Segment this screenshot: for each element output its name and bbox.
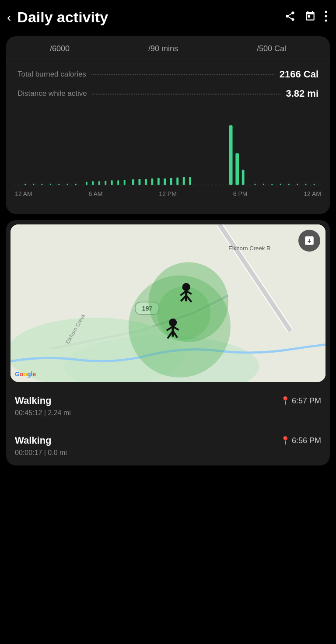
svg-rect-38 — [314, 184, 315, 185]
stats-tab-cal[interactable]: /500 Cal — [257, 44, 286, 53]
svg-rect-21 — [151, 178, 153, 185]
activity-name-1: Walking — [15, 435, 52, 446]
svg-rect-22 — [158, 178, 160, 185]
activity-row-top-0: Walking 📍 6:57 PM — [15, 395, 321, 406]
svg-rect-10 — [75, 184, 77, 185]
chart-label-6am: 6 AM — [89, 190, 103, 197]
distance-label: Distance while active — [18, 89, 87, 98]
svg-rect-6 — [42, 184, 43, 185]
svg-rect-5 — [33, 184, 34, 185]
calendar-icon[interactable] — [304, 10, 316, 24]
svg-rect-36 — [297, 184, 298, 185]
activity-item-1[interactable]: Walking 📍 6:56 PM 00:00:17 | 0.0 mi — [15, 426, 321, 466]
activity-time-value-0: 6:57 PM — [292, 396, 321, 406]
share-icon[interactable] — [284, 10, 296, 24]
activity-time-0: 📍 6:57 PM — [280, 396, 321, 406]
svg-point-0 — [325, 10, 327, 13]
back-button[interactable]: ‹ — [7, 10, 11, 24]
calories-value: 2166 Cal — [280, 69, 318, 80]
svg-rect-15 — [111, 180, 113, 185]
calories-label: Total burned calories — [18, 70, 86, 79]
svg-rect-12 — [92, 181, 94, 185]
map-container: 197 Elkhorn Creek R Elkhorn Creek — [10, 224, 326, 382]
chart-label-12pm: 12 PM — [159, 190, 176, 197]
activity-details-0: 00:45:12 | 2.24 mi — [15, 409, 321, 417]
svg-rect-19 — [138, 179, 140, 185]
location-pin-icon-0: 📍 — [280, 396, 290, 406]
svg-rect-16 — [117, 180, 119, 185]
map-card: 197 Elkhorn Creek R Elkhorn Creek — [6, 220, 330, 466]
svg-rect-18 — [132, 179, 134, 185]
activity-time-value-1: 6:56 PM — [292, 436, 321, 445]
svg-text:Elkhorn Creek R: Elkhorn Creek R — [228, 245, 271, 252]
svg-rect-13 — [98, 181, 100, 185]
chart-label-12am-start: 12 AM — [15, 190, 32, 197]
activity-row-top-1: Walking 📍 6:56 PM — [15, 435, 321, 446]
activity-distance-0: 2.24 mi — [48, 409, 70, 416]
svg-rect-31 — [255, 184, 256, 185]
stats-tab-steps[interactable]: /6000 — [50, 44, 70, 53]
main-card: /6000 /90 mins /500 Cal Total burned cal… — [6, 36, 330, 214]
info-section: Total burned calories 2166 Cal Distance … — [6, 59, 330, 112]
svg-rect-11 — [86, 182, 88, 185]
stats-tabs: /6000 /90 mins /500 Cal — [6, 36, 330, 59]
chart-time-labels: 12 AM 6 AM 12 PM 6 PM 12 AM — [14, 190, 322, 197]
activity-duration-1: 00:00:17 — [15, 449, 42, 456]
chart-label-6pm: 6 PM — [233, 190, 248, 197]
svg-point-1 — [325, 15, 327, 17]
svg-rect-27 — [189, 177, 191, 185]
chart-label-12am-end: 12 AM — [304, 190, 321, 197]
svg-rect-25 — [176, 178, 178, 185]
distance-row: Distance while active 3.82 mi — [18, 88, 318, 99]
chart-svg — [14, 116, 322, 186]
activity-details-1: 00:00:17 | 0.0 mi — [15, 449, 321, 457]
svg-rect-7 — [50, 184, 51, 185]
svg-rect-26 — [183, 177, 185, 185]
svg-rect-17 — [124, 180, 126, 185]
map-svg: 197 Elkhorn Creek R Elkhorn Creek — [10, 224, 326, 382]
stats-tab-mins[interactable]: /90 mins — [148, 44, 178, 53]
svg-point-49 — [182, 283, 190, 291]
google-logo: Google — [15, 371, 36, 378]
svg-rect-8 — [58, 184, 60, 185]
activity-duration-0: 00:45:12 — [15, 409, 42, 416]
svg-rect-29 — [235, 153, 239, 185]
svg-rect-34 — [280, 184, 281, 185]
activity-time-1: 📍 6:56 PM — [280, 436, 321, 445]
activity-chart: 12 AM 6 AM 12 PM 6 PM 12 AM — [6, 112, 330, 203]
distance-dots — [92, 94, 281, 94]
svg-rect-37 — [305, 184, 306, 185]
activity-list: Walking 📍 6:57 PM 00:45:12 | 2.24 mi Wal… — [6, 386, 330, 466]
calories-dots — [91, 74, 274, 75]
svg-point-55 — [169, 318, 177, 326]
header-actions — [284, 10, 327, 24]
map-expand-button[interactable] — [298, 230, 320, 252]
activity-item-0[interactable]: Walking 📍 6:57 PM 00:45:12 | 2.24 mi — [15, 386, 321, 426]
svg-rect-20 — [145, 179, 147, 185]
svg-rect-4 — [24, 184, 26, 185]
page-title: Daily activity — [17, 9, 284, 26]
calories-row: Total burned calories 2166 Cal — [18, 69, 318, 80]
svg-rect-14 — [105, 181, 106, 185]
activity-distance-1: 0.0 mi — [48, 449, 67, 456]
svg-rect-30 — [242, 170, 245, 185]
location-pin-icon-1: 📍 — [280, 436, 290, 445]
svg-rect-23 — [164, 178, 166, 185]
svg-rect-9 — [67, 184, 68, 185]
svg-rect-32 — [263, 184, 264, 185]
header: ‹ Daily activity — [0, 0, 336, 33]
svg-rect-35 — [288, 184, 290, 185]
svg-rect-24 — [170, 178, 172, 185]
more-icon[interactable] — [325, 10, 327, 24]
distance-value: 3.82 mi — [286, 88, 318, 99]
svg-point-48 — [158, 287, 211, 340]
svg-rect-28 — [229, 125, 233, 185]
activity-name-0: Walking — [15, 395, 52, 406]
svg-rect-33 — [271, 184, 273, 185]
svg-point-2 — [325, 19, 327, 21]
